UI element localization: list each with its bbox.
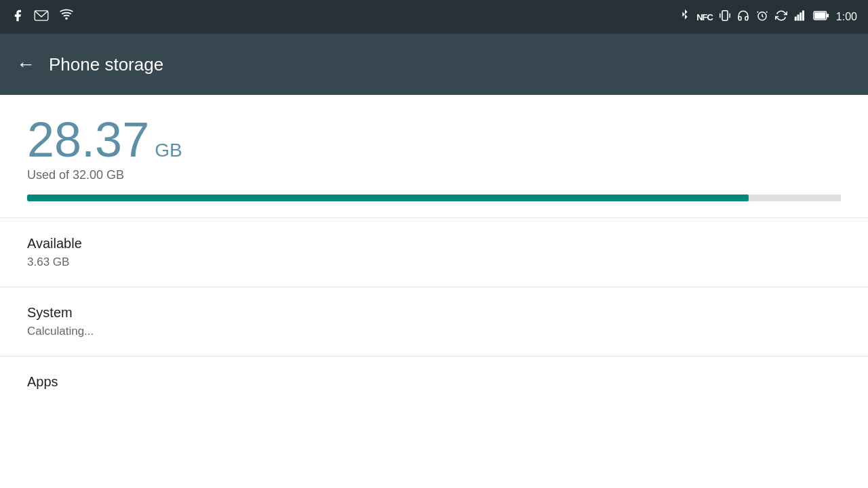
svg-point-1 xyxy=(65,18,67,20)
page-title: Phone storage xyxy=(49,54,163,75)
storage-amount: 28.37 GB xyxy=(27,115,841,164)
status-bar-left xyxy=(11,9,75,25)
alarm-icon xyxy=(756,9,768,24)
vibrate-icon xyxy=(719,9,730,25)
storage-number: 28.37 xyxy=(27,115,149,164)
storage-unit: GB xyxy=(155,140,182,161)
status-bar-right: NFC xyxy=(680,9,857,25)
storage-progress-bar xyxy=(27,195,841,201)
content: 28.37 GB Used of 32.00 GB Available 3.63… xyxy=(0,95,868,405)
storage-summary: 28.37 GB Used of 32.00 GB xyxy=(0,95,868,218)
svg-rect-12 xyxy=(814,12,825,18)
system-label: System xyxy=(27,305,841,321)
app-bar: ← Phone storage xyxy=(0,34,868,95)
signal-icon xyxy=(794,9,806,24)
available-value: 3.63 GB xyxy=(27,256,841,269)
svg-rect-7 xyxy=(797,15,799,21)
svg-rect-11 xyxy=(827,14,829,17)
svg-rect-6 xyxy=(795,17,797,21)
nfc-icon: NFC xyxy=(696,12,713,22)
apps-label: Apps xyxy=(27,374,841,390)
list-item-apps[interactable]: Apps xyxy=(0,357,868,405)
storage-progress-fill xyxy=(27,195,749,201)
list-item-available[interactable]: Available 3.63 GB xyxy=(0,218,868,287)
available-label: Available xyxy=(27,236,841,251)
list-item-system[interactable]: System Calculating... xyxy=(0,287,868,357)
status-bar: NFC xyxy=(0,0,868,34)
back-button[interactable]: ← xyxy=(16,54,35,75)
audio-icon xyxy=(737,9,749,24)
sync-icon xyxy=(775,9,787,24)
status-time: 1:00 xyxy=(836,11,857,23)
bluetooth-icon xyxy=(680,9,690,25)
gmail-icon xyxy=(34,10,49,24)
wifi-calling-icon xyxy=(58,9,75,25)
system-value: Calculating... xyxy=(27,325,841,338)
facebook-icon xyxy=(11,9,24,25)
battery-icon xyxy=(813,10,829,24)
storage-used-label: Used of 32.00 GB xyxy=(27,168,841,182)
svg-rect-8 xyxy=(800,13,802,21)
svg-rect-2 xyxy=(722,11,728,20)
svg-rect-9 xyxy=(802,11,804,21)
